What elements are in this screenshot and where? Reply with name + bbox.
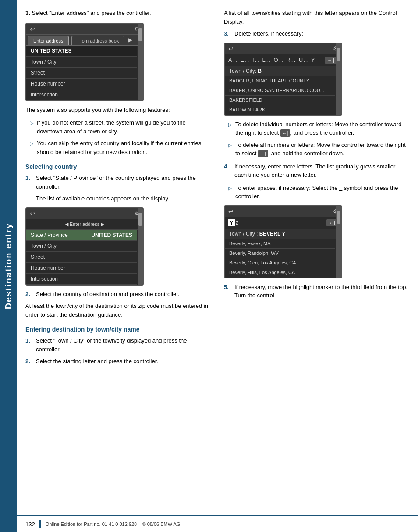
screen2-scrollbar	[138, 208, 143, 285]
bullet3-arrow-0: ▷	[228, 121, 232, 129]
screen4-list-0: Beverly, Essex, MA	[225, 239, 335, 249]
bullet3-item-0: ▷ To delete individual numbers or letter…	[228, 120, 409, 137]
step3-block: 3. Select "Enter address" and press the …	[25, 9, 211, 18]
entering-dest-heading: Entering destination by town/city name	[25, 326, 211, 333]
bullet4-arrow-0: ▷	[228, 185, 232, 192]
right-step5-num: 5.	[224, 283, 231, 300]
bullet-arrow-1: ▷	[30, 140, 33, 147]
screen1-content: UNITED STATES Town / City Street House n…	[26, 46, 143, 100]
screen1-header: ↩ ⚙	[26, 24, 143, 35]
bullet3-text-0: To delete individual numbers or letters:…	[235, 120, 409, 137]
right-step4-num: 4.	[224, 162, 231, 179]
right-column: A list of all towns/cities starting with…	[224, 9, 409, 369]
screen2-row-house: House number	[26, 263, 137, 274]
screen1-tab-from[interactable]: From address book	[71, 36, 124, 45]
screen1-scrollbar	[138, 24, 143, 100]
right-step3-num: 3.	[224, 29, 231, 38]
screen1-tab-enter[interactable]: Enter address	[28, 36, 69, 45]
screen3-list-1: BAKER, UNINC SAN BERNARDINO COU...	[225, 86, 335, 96]
step3-num: 3.	[25, 10, 30, 16]
screen1-tab-bar: Enter address From address book ▶	[26, 35, 143, 46]
screen4-yz-row: Y z ←|	[225, 217, 341, 229]
right-step4-text: If necessary, enter more letters. The li…	[234, 162, 409, 179]
entering-step2-text: Select the starting letter and press the…	[36, 357, 158, 366]
screen4-scrollbar	[336, 206, 341, 278]
bullet4-text-0: To enter spaces, if necessary: Select th…	[235, 184, 409, 201]
entering-step2-num: 2.	[25, 357, 32, 366]
screen1-tab-arrow: ▶	[126, 35, 135, 45]
bullet3-text-1: To delete all numbers or letters: Move t…	[235, 141, 409, 158]
screen3-mockup: ↩ ⚙ A.. E.. I.. L.. O.. R.. U.. Y ←| Tow…	[224, 43, 342, 116]
main-content: 3. Select "Enter address" and press the …	[17, 0, 418, 378]
screen3-town-label: Town / City:	[229, 68, 258, 74]
screen4-z-char: z	[236, 219, 239, 226]
selecting-step1-indent: The list of available countries appears …	[36, 194, 211, 203]
screen3-letters-row: A.. E.. I.. L.. O.. R.. U.. Y ←|	[225, 54, 341, 66]
screen2-row-street: Street	[26, 252, 137, 263]
screen3-content: BADGER, UNINC TULARE COUNTY BAKER, UNINC…	[225, 76, 341, 115]
sidebar-label: Destination entry	[4, 223, 14, 309]
selecting-step1-text: Select "State / Province" or the country…	[36, 174, 211, 191]
screen2-center-label: ◀ Enter address ▶	[26, 219, 143, 230]
screen4-yz-text: Y z	[228, 219, 238, 226]
screen3-back-icon: ↩	[228, 45, 234, 52]
screen3-header: ↩ ⚙	[225, 43, 341, 54]
screen2-header: ↩ ⚙	[26, 208, 143, 219]
para1-text: The system also supports you with the fo…	[25, 106, 211, 114]
bullet-text-0: If you do not enter a street, the system…	[37, 118, 211, 136]
selecting-para2: At least the town/city of the destinatio…	[25, 302, 211, 319]
entering-step1: 1. Select "Town / City" or the town/city…	[25, 336, 211, 353]
screen2-row-inter: Intersection	[26, 274, 137, 285]
screen1-row-0: UNITED STATES	[26, 46, 137, 57]
page-number: 132	[25, 521, 35, 528]
bksp-sym-1: ←|	[258, 150, 268, 157]
selecting-step2-text: Select the country of destination and pr…	[36, 290, 179, 299]
screen4-list-2: Beverly, Glen, Los Angeles, CA	[225, 258, 335, 268]
bksp-sym-0: ←|	[280, 129, 290, 137]
screen4-town-label: Town / City :	[229, 231, 259, 237]
bullet-list: ▷ If you do not enter a street, the syst…	[30, 118, 211, 156]
right-step5-text: If necessary, move the highlight marker …	[234, 283, 409, 300]
screen3-list-0: BADGER, UNINC TULARE COUNTY	[225, 76, 335, 86]
screen4-scroll-thumb	[337, 211, 340, 224]
screen3-list-2: BAKERSFIELD	[225, 96, 335, 105]
right-step3-text: Delete letters, if necessary:	[234, 29, 303, 38]
bullet-text-1: You can skip the entry of country and lo…	[37, 139, 211, 156]
right-para1: A list of all towns/cities starting with…	[224, 9, 409, 26]
screen4-list-1: Beverly, Randolph, WV	[225, 249, 335, 258]
bullet-item-1: ▷ You can skip the entry of country and …	[30, 139, 211, 156]
footer-bar	[39, 520, 41, 528]
entering-step1-text: Select "Town / City" or the town/city di…	[36, 336, 211, 353]
screen1-back-icon: ↩	[30, 25, 35, 32]
bullet3-arrow-1: ▷	[228, 142, 232, 149]
underscore-symbol: _	[339, 185, 342, 191]
selecting-country-heading: Selecting country	[25, 163, 211, 170]
bullet4-list: ▷ To enter spaces, if necessary: Select …	[228, 184, 409, 201]
screen1-row-3: House number	[26, 79, 137, 89]
screen2-row-state: State / Province UNITED STATES	[26, 230, 137, 241]
screen2-back-icon: ↩	[30, 210, 35, 217]
left-column: 3. Select "Enter address" and press the …	[25, 9, 211, 369]
screen1-scroll-thumb	[138, 28, 142, 41]
screen1-row-1: Town / City	[26, 57, 137, 68]
screen4-list-3: Beverly, Hills, Los Angeles, CA	[225, 268, 335, 278]
step3-text: Select "Enter address" and press the con…	[32, 10, 151, 16]
selecting-step1-num: 1.	[25, 174, 32, 191]
selecting-step1: 1. Select "State / Province" or the coun…	[25, 174, 211, 191]
screen2-state-value: UNITED STATES	[91, 232, 132, 238]
bullet3-item-1: ▷ To delete all numbers or letters: Move…	[228, 141, 409, 158]
screen2-row-town: Town / City	[26, 241, 137, 252]
screen4-mockup: ↩ ⚙ Y z ←| Town / City : BEVERL Y Beverl…	[224, 205, 342, 278]
selecting-step2: 2. Select the country of destination and…	[25, 290, 211, 299]
screen4-town-row: Town / City : BEVERL Y	[225, 229, 341, 239]
bullet4-item-0: ▷ To enter spaces, if necessary: Select …	[228, 184, 409, 201]
sidebar: Destination entry	[0, 0, 17, 532]
footer: 132 Online Edition for Part no. 01 41 0 …	[17, 515, 418, 532]
screen4-header: ↩ ⚙	[225, 206, 341, 217]
screen2-mockup: ↩ ⚙ ◀ Enter address ▶ State / Province U…	[25, 207, 144, 286]
screen3-letters: A.. E.. I.. L.. O.. R.. U.. Y	[228, 57, 315, 63]
screen3-town-value: B	[258, 68, 262, 74]
screen4-back-icon: ↩	[228, 208, 234, 215]
screen4-town-value: BEVERL Y	[259, 231, 286, 237]
screen2-content: State / Province UNITED STATES Town / Ci…	[26, 230, 143, 285]
